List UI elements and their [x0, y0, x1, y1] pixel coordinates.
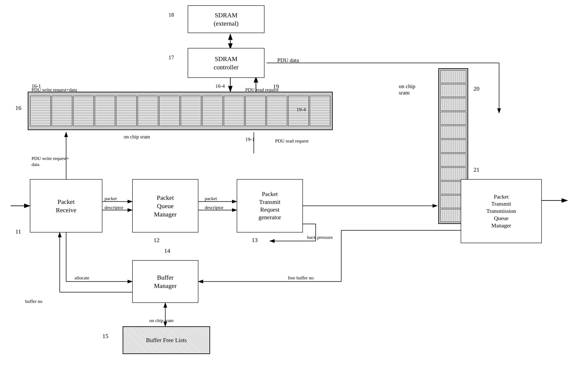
buffer-manager-block: Buffer Manager	[132, 260, 198, 303]
label-18: 18	[168, 12, 174, 18]
label-14: 14	[164, 247, 170, 254]
packet-receive-block: Packet Receive	[30, 179, 102, 233]
back-pressure-label: back pressure	[307, 235, 333, 240]
free-buffer-no-label: free buffer no	[288, 275, 314, 281]
sdram-controller-block: SDRAM controller	[188, 48, 264, 78]
pdu-data-label: PDU data	[277, 57, 299, 64]
descriptor-left-label: descriptor	[104, 205, 123, 210]
on-chip-sram-buf-label: on chip sram	[149, 318, 174, 323]
label-19-1: 19-1	[245, 137, 255, 142]
sdram-external-block: SDRAM (external)	[188, 5, 264, 33]
pqm-label: Packet Queue Manager	[154, 194, 177, 218]
sdram-external-label: SDRAM (external)	[214, 11, 239, 28]
label-16: 16	[15, 104, 21, 111]
label-21: 21	[474, 166, 480, 173]
label-16-4: 16-4	[215, 83, 225, 89]
bfl-label: Buffer Free Lists	[146, 336, 187, 344]
buffer-free-lists-block: Buffer Free Lists	[123, 326, 210, 354]
label-20: 20	[474, 85, 480, 92]
on-chip-sram-16-label: on chip sram	[124, 134, 150, 140]
pdu-read-req-bottom-label: PDU read request	[275, 138, 308, 144]
label-19-4: 19-4	[296, 107, 306, 112]
buffer-no-label: buffer no	[25, 298, 43, 304]
bm-label: Buffer Manager	[154, 273, 177, 290]
packet-transmit-tqm-block: Packet Transmit Transmission Queue Manag…	[461, 179, 542, 243]
packet-queue-manager-block: Packet Queue Manager	[132, 179, 198, 233]
pdu-data-side-label: data	[32, 162, 40, 167]
packet-right-label: packet	[205, 196, 217, 201]
packet-left-label: packet	[104, 196, 117, 201]
label-11: 11	[15, 228, 21, 235]
label-17: 17	[168, 54, 174, 61]
pt-req-label: Packet Transmit Request generator	[258, 190, 281, 221]
packet-receive-label: Packet Receive	[56, 197, 77, 214]
packet-transmit-req-block: Packet Transmit Request generator	[237, 179, 303, 233]
label-13: 13	[252, 237, 258, 244]
on-chip-sram-right-label: on chip sram	[399, 83, 415, 96]
label-12: 12	[153, 237, 159, 244]
label-15: 15	[102, 333, 108, 340]
sdram-controller-label: SDRAM controller	[214, 55, 239, 71]
descriptor-right-label: descriptor	[205, 205, 224, 210]
allocate-label: allocate	[75, 275, 89, 281]
pdu-write-side-label: PDU write request+	[32, 156, 69, 161]
pdu-write-req-top-label: PDU write request+data	[32, 87, 77, 93]
label-19: 19	[273, 83, 279, 90]
tqm-label: Packet Transmit Transmission Queue Manag…	[486, 193, 516, 229]
